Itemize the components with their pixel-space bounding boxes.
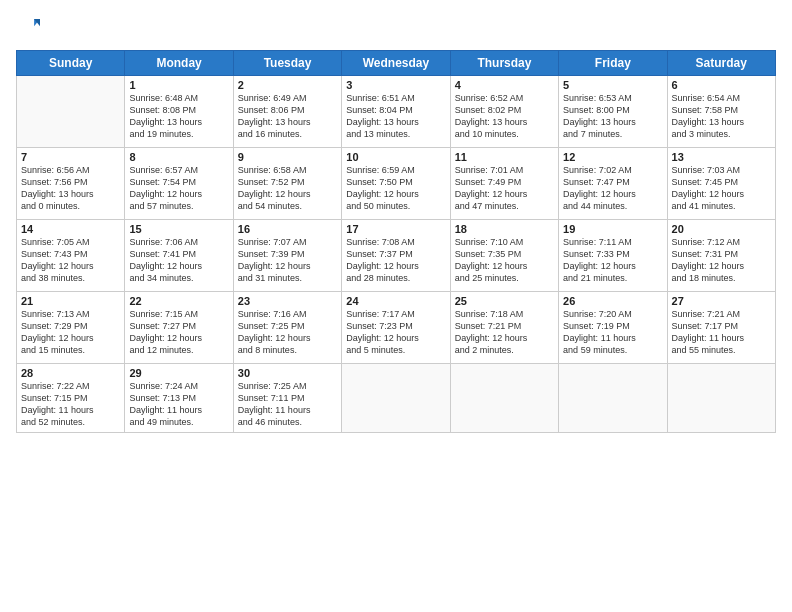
calendar-cell: 21Sunrise: 7:13 AM Sunset: 7:29 PM Dayli… bbox=[17, 292, 125, 364]
calendar-cell: 12Sunrise: 7:02 AM Sunset: 7:47 PM Dayli… bbox=[559, 148, 667, 220]
day-number: 12 bbox=[563, 151, 662, 163]
calendar-cell bbox=[342, 364, 450, 433]
day-number: 10 bbox=[346, 151, 445, 163]
day-number: 24 bbox=[346, 295, 445, 307]
day-info: Sunrise: 6:49 AM Sunset: 8:06 PM Dayligh… bbox=[238, 92, 337, 141]
day-number: 11 bbox=[455, 151, 554, 163]
calendar-cell: 15Sunrise: 7:06 AM Sunset: 7:41 PM Dayli… bbox=[125, 220, 233, 292]
calendar-cell: 4Sunrise: 6:52 AM Sunset: 8:02 PM Daylig… bbox=[450, 76, 558, 148]
day-number: 4 bbox=[455, 79, 554, 91]
weekday-header-tuesday: Tuesday bbox=[233, 51, 341, 76]
calendar-cell bbox=[667, 364, 775, 433]
day-info: Sunrise: 7:21 AM Sunset: 7:17 PM Dayligh… bbox=[672, 308, 771, 357]
day-info: Sunrise: 6:51 AM Sunset: 8:04 PM Dayligh… bbox=[346, 92, 445, 141]
logo-icon bbox=[18, 16, 40, 38]
day-number: 2 bbox=[238, 79, 337, 91]
calendar-cell: 10Sunrise: 6:59 AM Sunset: 7:50 PM Dayli… bbox=[342, 148, 450, 220]
day-info: Sunrise: 7:17 AM Sunset: 7:23 PM Dayligh… bbox=[346, 308, 445, 357]
calendar-cell: 25Sunrise: 7:18 AM Sunset: 7:21 PM Dayli… bbox=[450, 292, 558, 364]
day-info: Sunrise: 6:48 AM Sunset: 8:08 PM Dayligh… bbox=[129, 92, 228, 141]
weekday-header-thursday: Thursday bbox=[450, 51, 558, 76]
day-info: Sunrise: 7:07 AM Sunset: 7:39 PM Dayligh… bbox=[238, 236, 337, 285]
calendar-cell: 18Sunrise: 7:10 AM Sunset: 7:35 PM Dayli… bbox=[450, 220, 558, 292]
day-number: 20 bbox=[672, 223, 771, 235]
calendar-week-4: 21Sunrise: 7:13 AM Sunset: 7:29 PM Dayli… bbox=[17, 292, 776, 364]
calendar-cell: 2Sunrise: 6:49 AM Sunset: 8:06 PM Daylig… bbox=[233, 76, 341, 148]
calendar-cell: 7Sunrise: 6:56 AM Sunset: 7:56 PM Daylig… bbox=[17, 148, 125, 220]
calendar-table: SundayMondayTuesdayWednesdayThursdayFrid… bbox=[16, 50, 776, 433]
day-number: 28 bbox=[21, 367, 120, 379]
calendar-cell: 6Sunrise: 6:54 AM Sunset: 7:58 PM Daylig… bbox=[667, 76, 775, 148]
calendar-cell: 22Sunrise: 7:15 AM Sunset: 7:27 PM Dayli… bbox=[125, 292, 233, 364]
day-info: Sunrise: 6:52 AM Sunset: 8:02 PM Dayligh… bbox=[455, 92, 554, 141]
calendar-cell: 11Sunrise: 7:01 AM Sunset: 7:49 PM Dayli… bbox=[450, 148, 558, 220]
day-number: 5 bbox=[563, 79, 662, 91]
day-info: Sunrise: 6:57 AM Sunset: 7:54 PM Dayligh… bbox=[129, 164, 228, 213]
day-number: 21 bbox=[21, 295, 120, 307]
day-number: 19 bbox=[563, 223, 662, 235]
day-info: Sunrise: 7:03 AM Sunset: 7:45 PM Dayligh… bbox=[672, 164, 771, 213]
calendar-cell: 3Sunrise: 6:51 AM Sunset: 8:04 PM Daylig… bbox=[342, 76, 450, 148]
day-info: Sunrise: 7:22 AM Sunset: 7:15 PM Dayligh… bbox=[21, 380, 120, 429]
weekday-header-sunday: Sunday bbox=[17, 51, 125, 76]
calendar-cell: 13Sunrise: 7:03 AM Sunset: 7:45 PM Dayli… bbox=[667, 148, 775, 220]
day-number: 16 bbox=[238, 223, 337, 235]
calendar-cell: 28Sunrise: 7:22 AM Sunset: 7:15 PM Dayli… bbox=[17, 364, 125, 433]
day-info: Sunrise: 7:02 AM Sunset: 7:47 PM Dayligh… bbox=[563, 164, 662, 213]
day-info: Sunrise: 7:16 AM Sunset: 7:25 PM Dayligh… bbox=[238, 308, 337, 357]
day-info: Sunrise: 7:11 AM Sunset: 7:33 PM Dayligh… bbox=[563, 236, 662, 285]
day-number: 18 bbox=[455, 223, 554, 235]
calendar-cell bbox=[450, 364, 558, 433]
calendar-cell bbox=[559, 364, 667, 433]
day-number: 7 bbox=[21, 151, 120, 163]
day-info: Sunrise: 7:05 AM Sunset: 7:43 PM Dayligh… bbox=[21, 236, 120, 285]
day-number: 30 bbox=[238, 367, 337, 379]
day-info: Sunrise: 7:20 AM Sunset: 7:19 PM Dayligh… bbox=[563, 308, 662, 357]
logo bbox=[16, 16, 40, 42]
day-info: Sunrise: 7:01 AM Sunset: 7:49 PM Dayligh… bbox=[455, 164, 554, 213]
calendar-cell: 20Sunrise: 7:12 AM Sunset: 7:31 PM Dayli… bbox=[667, 220, 775, 292]
calendar-cell: 23Sunrise: 7:16 AM Sunset: 7:25 PM Dayli… bbox=[233, 292, 341, 364]
day-info: Sunrise: 7:10 AM Sunset: 7:35 PM Dayligh… bbox=[455, 236, 554, 285]
day-info: Sunrise: 6:59 AM Sunset: 7:50 PM Dayligh… bbox=[346, 164, 445, 213]
weekday-header-saturday: Saturday bbox=[667, 51, 775, 76]
day-info: Sunrise: 7:24 AM Sunset: 7:13 PM Dayligh… bbox=[129, 380, 228, 429]
day-number: 22 bbox=[129, 295, 228, 307]
calendar-cell: 1Sunrise: 6:48 AM Sunset: 8:08 PM Daylig… bbox=[125, 76, 233, 148]
day-number: 26 bbox=[563, 295, 662, 307]
day-number: 23 bbox=[238, 295, 337, 307]
calendar-cell: 14Sunrise: 7:05 AM Sunset: 7:43 PM Dayli… bbox=[17, 220, 125, 292]
day-number: 15 bbox=[129, 223, 228, 235]
day-number: 8 bbox=[129, 151, 228, 163]
main-container: SundayMondayTuesdayWednesdayThursdayFrid… bbox=[0, 0, 792, 612]
day-number: 25 bbox=[455, 295, 554, 307]
day-info: Sunrise: 6:54 AM Sunset: 7:58 PM Dayligh… bbox=[672, 92, 771, 141]
day-info: Sunrise: 6:58 AM Sunset: 7:52 PM Dayligh… bbox=[238, 164, 337, 213]
calendar-cell: 16Sunrise: 7:07 AM Sunset: 7:39 PM Dayli… bbox=[233, 220, 341, 292]
day-info: Sunrise: 7:25 AM Sunset: 7:11 PM Dayligh… bbox=[238, 380, 337, 429]
day-number: 1 bbox=[129, 79, 228, 91]
calendar-cell bbox=[17, 76, 125, 148]
day-number: 14 bbox=[21, 223, 120, 235]
day-number: 29 bbox=[129, 367, 228, 379]
calendar-cell: 27Sunrise: 7:21 AM Sunset: 7:17 PM Dayli… bbox=[667, 292, 775, 364]
day-number: 13 bbox=[672, 151, 771, 163]
weekday-header-friday: Friday bbox=[559, 51, 667, 76]
day-info: Sunrise: 7:08 AM Sunset: 7:37 PM Dayligh… bbox=[346, 236, 445, 285]
calendar-week-5: 28Sunrise: 7:22 AM Sunset: 7:15 PM Dayli… bbox=[17, 364, 776, 433]
calendar-cell: 8Sunrise: 6:57 AM Sunset: 7:54 PM Daylig… bbox=[125, 148, 233, 220]
day-number: 9 bbox=[238, 151, 337, 163]
day-info: Sunrise: 7:18 AM Sunset: 7:21 PM Dayligh… bbox=[455, 308, 554, 357]
weekday-header-row: SundayMondayTuesdayWednesdayThursdayFrid… bbox=[17, 51, 776, 76]
day-number: 17 bbox=[346, 223, 445, 235]
day-number: 3 bbox=[346, 79, 445, 91]
calendar-cell: 9Sunrise: 6:58 AM Sunset: 7:52 PM Daylig… bbox=[233, 148, 341, 220]
day-info: Sunrise: 7:06 AM Sunset: 7:41 PM Dayligh… bbox=[129, 236, 228, 285]
calendar-cell: 26Sunrise: 7:20 AM Sunset: 7:19 PM Dayli… bbox=[559, 292, 667, 364]
calendar-cell: 29Sunrise: 7:24 AM Sunset: 7:13 PM Dayli… bbox=[125, 364, 233, 433]
day-info: Sunrise: 7:12 AM Sunset: 7:31 PM Dayligh… bbox=[672, 236, 771, 285]
day-number: 6 bbox=[672, 79, 771, 91]
day-info: Sunrise: 6:56 AM Sunset: 7:56 PM Dayligh… bbox=[21, 164, 120, 213]
calendar-cell: 30Sunrise: 7:25 AM Sunset: 7:11 PM Dayli… bbox=[233, 364, 341, 433]
calendar-cell: 5Sunrise: 6:53 AM Sunset: 8:00 PM Daylig… bbox=[559, 76, 667, 148]
